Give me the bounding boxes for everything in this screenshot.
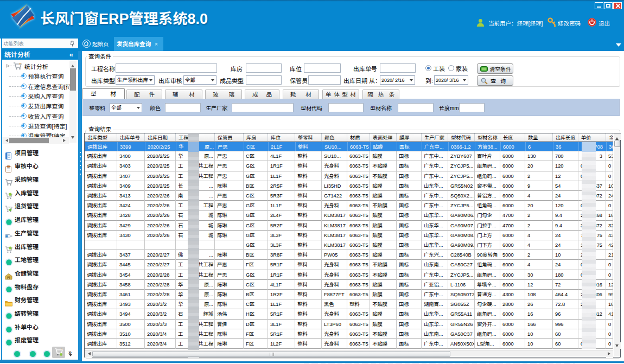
svg-text:2: 2: [8, 276, 10, 279]
